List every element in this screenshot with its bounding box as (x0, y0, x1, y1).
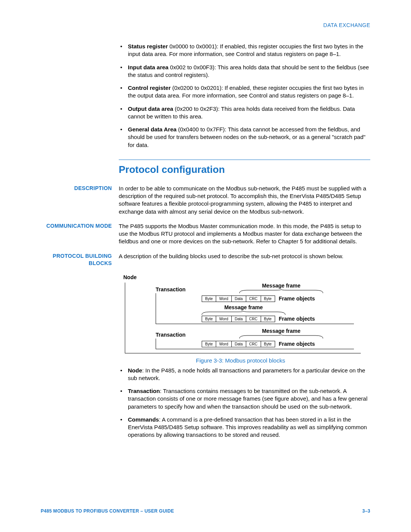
side-label-communication-mode: COMMUNICATION MODE (41, 222, 119, 246)
cell-byte: Byte (261, 316, 275, 322)
diagram-message-frame-label: Message frame (239, 328, 323, 334)
diagram-node-label: Node (123, 274, 370, 280)
diagram-frame-objects-label: Frame objects (279, 341, 315, 347)
cell-word: Word (216, 341, 232, 347)
side-label-description: DESCRIPTION (41, 185, 119, 216)
row-description: DESCRIPTION In order to be able to commu… (41, 185, 370, 216)
cell-byte: Byte (261, 341, 275, 347)
bullet-rest: : Transactions contains messages to be t… (128, 388, 368, 410)
bullet-lead: Status register (128, 43, 168, 50)
body-text: In order to be able to communicate on th… (119, 185, 370, 216)
cell-byte: Byte (202, 316, 216, 322)
intro-bullet-list: Status register 0x0000 to 0x0001): If en… (119, 43, 370, 149)
list-item: Status register 0x0000 to 0x0001): If en… (119, 43, 370, 58)
diagram-frame-row: Byte Word Data CRC Byte Frame objects (202, 341, 354, 347)
cell-data: Data (231, 341, 246, 347)
figure-caption: Figure 3-3: Modbus protocol blocks (119, 357, 362, 364)
diagram-frame-cells: Byte Word Data CRC Byte (202, 296, 275, 302)
bullet-lead: Input data area (128, 64, 169, 70)
bullet-lead: Transaction (128, 388, 160, 394)
diagram-frame-objects-label: Frame objects (279, 296, 315, 302)
side-label-protocol-building-blocks: PROTOCOL BUILDING BLOCKS (41, 252, 119, 267)
bullet-lead: Output data area (128, 105, 173, 112)
diagram-transaction-label: Transaction (156, 286, 239, 292)
cell-word: Word (216, 316, 232, 322)
running-head: DATA EXCHANGE (41, 22, 370, 28)
bullet-lead: General data Area (128, 126, 177, 133)
diagram-transaction-box: Byte Word Data CRC Byte Frame objects Me… (156, 293, 354, 324)
page: DATA EXCHANGE Status register 0x0000 to … (0, 0, 411, 532)
page-footer: P485 MODBUS TO PROFIBUS CONVERTER – USER… (41, 508, 370, 514)
body-text: The P485 supports the Modbus Master comm… (119, 222, 370, 246)
diagram-message-frame-label: Message frame (239, 283, 323, 289)
list-item: Output data area (0x200 to 0x2F3): This … (119, 105, 370, 121)
list-item: General data Area (0x0400 to 0x7FF): Thi… (119, 126, 370, 149)
bullet-lead: Commands (128, 416, 159, 423)
diagram-transaction-box: Byte Word Data CRC Byte Frame objects (156, 339, 354, 349)
body-text: A description of the building blocks use… (119, 252, 370, 267)
bullet-rest: : In the P485, a node holds all transact… (128, 367, 365, 381)
list-item: Commands: A command is a pre-defined tra… (119, 416, 370, 439)
section-divider (119, 160, 370, 160)
brace-icon (239, 289, 323, 293)
diagram-node-box: Transaction Message frame Byte Word Data (125, 283, 361, 353)
cell-crc: CRC (246, 341, 261, 347)
modbus-protocol-diagram: Node Transaction Message frame Byte (119, 274, 370, 353)
cell-word: Word (216, 296, 232, 302)
diagram-frame-cells: Byte Word Data CRC Byte (202, 341, 275, 347)
row-protocol-building-blocks: PROTOCOL BUILDING BLOCKS A description o… (41, 252, 370, 267)
cell-byte: Byte (202, 341, 216, 347)
diagram-message-frame-label: Message frame (202, 304, 285, 310)
definition-bullet-list: Node: In the P485, a node holds all tran… (119, 367, 370, 439)
list-item: Node: In the P485, a node holds all tran… (119, 367, 370, 382)
cell-byte: Byte (202, 296, 216, 302)
bullet-lead: Control register (128, 85, 171, 91)
diagram-frame-row: Byte Word Data CRC Byte Frame objects (202, 296, 354, 302)
brace-icon (239, 335, 323, 339)
brace-icon (202, 311, 285, 315)
section-heading-protocol-configuration: Protocol configuration (119, 164, 370, 176)
diagram-transaction-label: Transaction (156, 332, 239, 338)
diagram-frame-cells: Byte Word Data CRC Byte (202, 316, 275, 322)
list-item: Input data area 0x002 to 0x00F3): This a… (119, 64, 370, 79)
bullet-lead: Node (128, 367, 142, 374)
footer-right: 3–3 (362, 508, 370, 514)
cell-data: Data (231, 316, 246, 322)
list-item: Transaction: Transactions contains messa… (119, 387, 370, 411)
diagram-frame-objects-label: Frame objects (279, 316, 315, 322)
diagram-frame-row: Byte Word Data CRC Byte Frame objects (202, 316, 354, 322)
cell-crc: CRC (246, 316, 261, 322)
cell-crc: CRC (246, 296, 261, 302)
cell-byte: Byte (261, 296, 275, 302)
row-communication-mode: COMMUNICATION MODE The P485 supports the… (41, 222, 370, 246)
cell-data: Data (231, 296, 246, 302)
bullet-rest: : A command is a pre-defined transaction… (128, 416, 367, 438)
footer-left: P485 MODBUS TO PROFIBUS CONVERTER – USER… (41, 508, 174, 514)
list-item: Control register (0x0200 to 0x0201): If … (119, 84, 370, 100)
